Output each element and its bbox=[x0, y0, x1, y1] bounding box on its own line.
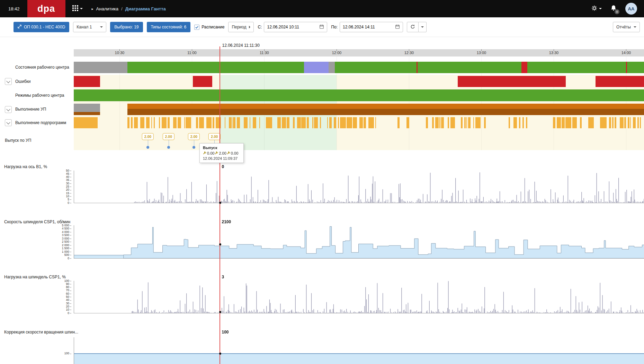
time-cursor-line[interactable] bbox=[220, 46, 220, 364]
subprogram-segment[interactable] bbox=[206, 117, 212, 128]
subprogram-segment[interactable] bbox=[448, 117, 449, 128]
subprogram-segment[interactable] bbox=[609, 117, 611, 128]
state-segment[interactable] bbox=[304, 62, 329, 73]
calendar-icon[interactable] bbox=[319, 24, 324, 30]
subprogram-segment[interactable] bbox=[340, 117, 346, 128]
state-segment[interactable] bbox=[418, 62, 521, 73]
subprogram-segment[interactable] bbox=[253, 117, 256, 128]
refresh-options-button[interactable] bbox=[419, 22, 427, 32]
timeline-band[interactable]: 10:3011:0011:3012:0012:3013:0013:3014:00 bbox=[74, 49, 644, 57]
subprogram-segment[interactable] bbox=[600, 117, 607, 128]
apps-menu-button[interactable] bbox=[72, 5, 83, 12]
subprogram-segment[interactable] bbox=[450, 117, 455, 128]
release-badge[interactable]: 2.00 bbox=[142, 133, 154, 140]
subprogram-segment[interactable] bbox=[441, 117, 444, 128]
subprogram-segment[interactable] bbox=[633, 117, 636, 128]
subprogram-segment[interactable] bbox=[435, 117, 439, 128]
error-segment[interactable] bbox=[458, 76, 566, 87]
subprogram-segment[interactable] bbox=[178, 117, 181, 128]
schedule-checkbox[interactable] bbox=[194, 25, 199, 30]
subprogram-segment[interactable] bbox=[397, 117, 400, 128]
chart-plot[interactable] bbox=[74, 171, 644, 203]
subprogram-segment[interactable] bbox=[250, 117, 250, 128]
subprogram-segment[interactable] bbox=[232, 117, 232, 128]
subprogram-segment[interactable] bbox=[580, 117, 582, 128]
subprogram-segment[interactable] bbox=[277, 117, 281, 128]
state-segment[interactable] bbox=[627, 62, 644, 73]
subprogram-segment[interactable] bbox=[519, 117, 520, 128]
chart-plot[interactable] bbox=[74, 281, 644, 313]
subprogram-segment[interactable] bbox=[196, 117, 198, 128]
release-badge[interactable]: 2.00 bbox=[163, 133, 175, 140]
subprogram-segment[interactable] bbox=[173, 117, 177, 128]
subprogram-segment[interactable] bbox=[287, 117, 289, 128]
subprogram-segment[interactable] bbox=[612, 117, 614, 128]
subprogram-segment[interactable] bbox=[513, 117, 517, 128]
subprogram-segment[interactable] bbox=[338, 117, 339, 128]
period-select[interactable]: Период bbox=[228, 22, 254, 32]
error-segment[interactable] bbox=[596, 76, 644, 87]
subprogram-segment[interactable] bbox=[327, 117, 328, 128]
subprogram-segment[interactable] bbox=[168, 117, 170, 128]
subprogram-segment[interactable] bbox=[484, 117, 486, 128]
subprogram-segment[interactable] bbox=[615, 117, 616, 128]
subprogram-segment[interactable] bbox=[347, 117, 352, 128]
collapse-button[interactable] bbox=[5, 119, 12, 126]
machine-button[interactable]: ОП 030.1 - НЕС 400D bbox=[14, 22, 69, 32]
subprogram-segment[interactable] bbox=[334, 117, 336, 128]
subprogram-segment[interactable] bbox=[233, 117, 235, 128]
subprogram-segment[interactable] bbox=[225, 117, 225, 128]
selected-count-button[interactable]: Выбрано: 19 bbox=[110, 22, 143, 32]
subprogram-segment[interactable] bbox=[353, 117, 357, 128]
subprogram-segment[interactable] bbox=[464, 117, 466, 128]
subprogram-segment[interactable] bbox=[439, 117, 440, 128]
subprogram-segment[interactable] bbox=[199, 117, 204, 128]
collapse-button[interactable] bbox=[5, 78, 12, 85]
subprogram-segment[interactable] bbox=[553, 117, 555, 128]
error-segment[interactable] bbox=[193, 76, 212, 87]
subprogram-segment[interactable] bbox=[297, 117, 301, 128]
subprogram-segment[interactable] bbox=[565, 117, 572, 128]
subprogram-segment[interactable] bbox=[468, 117, 471, 128]
program-segment[interactable] bbox=[74, 104, 100, 115]
subprogram-segment[interactable] bbox=[509, 117, 510, 128]
subprogram-segment[interactable] bbox=[312, 117, 314, 128]
refresh-button[interactable] bbox=[407, 22, 419, 32]
subprogram-segment[interactable] bbox=[588, 117, 594, 128]
subprogram-segment[interactable] bbox=[184, 117, 185, 128]
dpa-logo[interactable]: dpa bbox=[27, 0, 65, 17]
subprogram-segment[interactable] bbox=[282, 117, 286, 128]
calendar-icon[interactable] bbox=[395, 24, 400, 30]
program-segment[interactable] bbox=[127, 104, 644, 115]
state-segment[interactable] bbox=[127, 62, 304, 73]
state-types-button[interactable]: Типы состояний: 6 bbox=[147, 22, 191, 32]
mode-segment[interactable] bbox=[74, 89, 644, 101]
state-segment[interactable] bbox=[335, 62, 417, 73]
notifications-button[interactable]: 0 bbox=[610, 5, 617, 13]
state-segment[interactable] bbox=[74, 62, 127, 73]
subprogram-segment[interactable] bbox=[320, 117, 321, 128]
chart-plot[interactable] bbox=[74, 337, 644, 364]
subprogram-segment[interactable] bbox=[329, 117, 332, 128]
subprogram-segment[interactable] bbox=[620, 117, 623, 128]
state-segment[interactable] bbox=[527, 62, 626, 73]
subprogram-segment[interactable] bbox=[473, 117, 474, 128]
subprogram-segment[interactable] bbox=[624, 117, 626, 128]
subprogram-segment[interactable] bbox=[74, 117, 98, 128]
subprogram-segment[interactable] bbox=[140, 117, 144, 128]
subprogram-segment[interactable] bbox=[134, 117, 138, 128]
subprogram-segment[interactable] bbox=[162, 117, 167, 128]
subprogram-segment[interactable] bbox=[562, 117, 565, 128]
subprogram-segment[interactable] bbox=[640, 117, 641, 128]
breadcrumb-section[interactable]: Аналитика bbox=[96, 6, 118, 11]
state-segment[interactable] bbox=[521, 62, 527, 73]
subprogram-segment[interactable] bbox=[364, 117, 366, 128]
subprogram-segment[interactable] bbox=[266, 117, 272, 128]
subprogram-segment[interactable] bbox=[526, 117, 527, 128]
subprogram-segment[interactable] bbox=[154, 117, 155, 128]
subprogram-segment[interactable] bbox=[628, 117, 629, 128]
subprogram-segment[interactable] bbox=[630, 117, 631, 128]
release-badge[interactable]: 2.00 bbox=[188, 133, 200, 140]
subprogram-segment[interactable] bbox=[127, 117, 129, 128]
subprogram-segment[interactable] bbox=[572, 117, 576, 128]
